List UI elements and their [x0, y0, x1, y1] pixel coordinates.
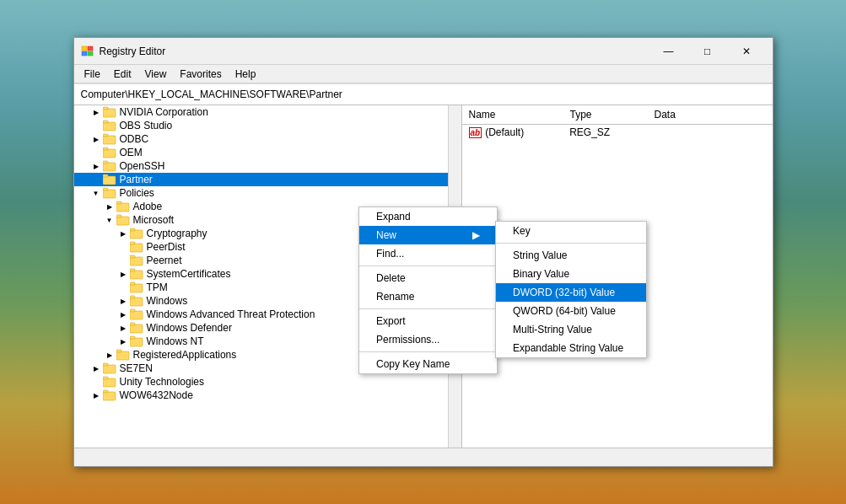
menu-view[interactable]: View: [138, 67, 174, 82]
tree-label: NVIDIA Corporation: [120, 106, 208, 118]
expand-arrow: [91, 147, 101, 158]
expand-arrow: ▶: [118, 228, 128, 239]
expand-arrow: ▶: [118, 336, 128, 346]
tree-item-oem[interactable]: OEM: [74, 146, 461, 159]
cm-find[interactable]: Find...: [359, 244, 497, 263]
svg-rect-4: [103, 109, 116, 117]
cm-rename[interactable]: Rename: [359, 287, 497, 306]
svg-rect-14: [103, 176, 116, 185]
sm-sep1: [496, 243, 646, 244]
svg-rect-35: [130, 309, 135, 312]
svg-rect-46: [103, 392, 116, 400]
folder-icon: [103, 174, 116, 185]
expand-arrow: ▶: [118, 323, 128, 333]
expand-arrow: ▶: [91, 107, 101, 117]
folder-icon: [103, 147, 116, 158]
maximize-button[interactable]: □: [688, 38, 727, 65]
cm-copykey[interactable]: Copy Key Name: [359, 355, 497, 373]
tree-item-wow6432[interactable]: ▶ WOW6432Node: [74, 389, 461, 402]
expand-arrow: [118, 282, 128, 292]
sm-multistring-label: Multi-String Value: [513, 324, 592, 335]
tree-item-openssh[interactable]: ▶ OpenSSH: [74, 159, 461, 173]
cm-export[interactable]: Export: [359, 312, 497, 330]
tree-item-nvidia[interactable]: ▶ NVIDIA Corporation: [74, 105, 461, 119]
expand-arrow: [91, 377, 101, 387]
svg-rect-38: [130, 338, 143, 346]
minimize-button[interactable]: —: [649, 38, 688, 65]
svg-rect-19: [116, 201, 121, 204]
sm-multistring[interactable]: Multi-String Value: [496, 320, 646, 339]
menu-edit[interactable]: Edit: [107, 67, 138, 82]
window-controls: — □ ✕: [649, 38, 766, 65]
folder-icon: [130, 255, 143, 266]
cm-delete-label: Delete: [376, 272, 406, 284]
svg-rect-21: [116, 215, 121, 217]
tree-label: Peernet: [147, 255, 182, 266]
tree-item-obs[interactable]: OBS Studio: [74, 119, 461, 132]
tree-label: PeerDist: [147, 241, 186, 253]
sm-dword-label: DWORD (32-bit) Value: [513, 287, 615, 298]
close-button[interactable]: ✕: [727, 38, 766, 65]
tree-item-unity[interactable]: Unity Technologies: [74, 375, 461, 389]
cm-delete[interactable]: Delete: [359, 269, 497, 287]
svg-rect-31: [130, 282, 135, 285]
tree-label: OEM: [120, 147, 143, 158]
detail-row-default[interactable]: ab (Default) REG_SZ: [462, 125, 773, 140]
folder-icon: [130, 308, 143, 320]
tree-item-odbc[interactable]: ▶ ODBC: [74, 132, 461, 146]
cm-expand-label: Expand: [376, 211, 411, 223]
svg-rect-22: [130, 230, 143, 239]
menu-favorites[interactable]: Favorites: [173, 67, 228, 82]
sm-qword-label: QWORD (64-bit) Value: [513, 305, 616, 317]
cm-permissions[interactable]: Permissions...: [359, 330, 497, 349]
folder-icon: [130, 322, 143, 334]
detail-type: REG_SZ: [569, 126, 654, 138]
tree-label: OpenSSH: [120, 160, 165, 172]
cm-permissions-label: Permissions...: [376, 334, 439, 346]
sm-dword[interactable]: DWORD (32-bit) Value: [496, 283, 646, 302]
tree-label: Adobe: [133, 201, 163, 212]
expand-arrow: [118, 255, 128, 265]
address-text: Computer\HKEY_LOCAL_MACHINE\SOFTWARE\Par…: [81, 88, 342, 100]
tree-item-partner[interactable]: Partner: [74, 173, 461, 186]
menu-file[interactable]: File: [78, 67, 107, 82]
sm-expandable[interactable]: Expandable String Value: [496, 339, 646, 357]
sm-key-label: Key: [513, 225, 531, 237]
cm-new[interactable]: New ▶: [359, 226, 497, 244]
menu-bar: File Edit View Favorites Help: [74, 65, 773, 83]
folder-icon: [103, 133, 116, 145]
expand-arrow: ▶: [118, 309, 128, 319]
sm-key[interactable]: Key: [496, 222, 646, 240]
folder-icon: [116, 214, 130, 226]
app-icon: [81, 45, 94, 58]
tree-label: OBS Studio: [120, 120, 173, 131]
expand-arrow: [118, 242, 128, 252]
sm-qword[interactable]: QWORD (64-bit) Value: [496, 302, 646, 320]
svg-rect-23: [130, 228, 135, 231]
tree-label: Windows NT: [147, 335, 204, 347]
svg-rect-32: [130, 298, 143, 306]
folder-icon: [130, 268, 143, 280]
svg-rect-39: [130, 336, 135, 339]
expand-arrow: ▶: [91, 161, 101, 171]
detail-name: (Default): [485, 126, 569, 138]
sm-string[interactable]: String Value: [496, 246, 646, 265]
svg-rect-8: [103, 136, 116, 144]
tree-label: SE7EN: [120, 362, 153, 374]
cm-expand[interactable]: Expand: [359, 207, 497, 226]
svg-rect-12: [103, 163, 116, 171]
svg-rect-28: [130, 271, 143, 279]
expand-arrow: ▶: [91, 134, 101, 144]
expand-arrow: ▶: [91, 390, 101, 400]
tree-item-policies[interactable]: ▼ Policies: [74, 186, 461, 200]
svg-rect-18: [116, 203, 129, 212]
svg-rect-1: [82, 51, 87, 56]
expand-arrow: [91, 121, 101, 131]
svg-rect-27: [130, 255, 135, 258]
menu-help[interactable]: Help: [229, 67, 263, 82]
col-type: Type: [570, 109, 655, 121]
sm-expandable-label: Expandable String Value: [513, 342, 623, 354]
detail-header: Name Type Data: [462, 105, 773, 125]
svg-rect-41: [116, 350, 121, 352]
sm-binary[interactable]: Binary Value: [496, 265, 646, 283]
